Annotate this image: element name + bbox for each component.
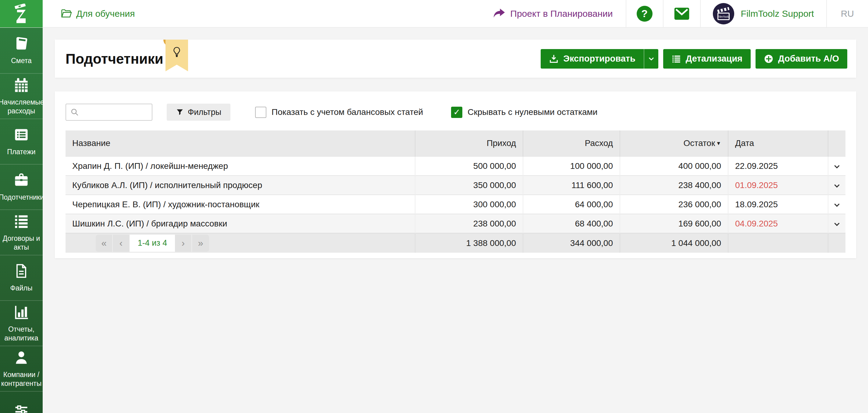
- chevron-down-icon: [648, 55, 655, 62]
- pagination-cell: « ‹ 1-4 из 4 › »: [65, 233, 415, 253]
- total-balance: 1 044 000,00: [620, 233, 728, 253]
- user-menu[interactable]: FilmToolz FilmToolz Support: [700, 0, 826, 27]
- column-header-expense[interactable]: Расход: [523, 130, 620, 156]
- envelope-icon: [674, 7, 690, 21]
- row-expand-button[interactable]: [828, 195, 845, 214]
- cell-date: 01.09.2025: [728, 176, 828, 195]
- table-row[interactable]: Шишкин Л.С. (ИП) / бригадир массовки 238…: [65, 214, 845, 233]
- table-row[interactable]: Кубликов А.Л. (ИП) / исполнительный прод…: [65, 176, 845, 195]
- table-row[interactable]: Черепицкая Е. В. (ИП) / художник-постано…: [65, 195, 845, 214]
- sidebar-item-label: Файлы: [10, 284, 32, 293]
- cell-name: Черепицкая Е. В. (ИП) / художник-постано…: [65, 195, 415, 214]
- cell-balance: 238 400,00: [620, 176, 728, 195]
- payments-list-icon: [13, 127, 29, 142]
- cell-expense: 68 400,00: [523, 214, 620, 233]
- bar-chart-icon: [13, 304, 29, 320]
- column-header-date[interactable]: Дата: [728, 130, 828, 156]
- cell-name: Шишкин Л.С. (ИП) / бригадир массовки: [65, 214, 415, 233]
- export-button[interactable]: Экспортировать: [541, 49, 644, 69]
- share-arrow-icon: [493, 8, 505, 19]
- details-label: Детализация: [686, 54, 742, 64]
- sidebar-item-label: Компании / контрагенты: [1, 370, 41, 388]
- main-content: Подотчетники Экспортировать: [43, 28, 868, 413]
- sidebar-item-label: Платежи: [7, 148, 35, 156]
- sidebar-item-settings[interactable]: [0, 391, 43, 413]
- sidebar-item-label: Начисляемые расходы: [0, 98, 44, 116]
- sidebar-item-label: Смета: [11, 56, 32, 65]
- accountables-card: Фильтры Показать с учетом балансовых ста…: [55, 91, 856, 258]
- language-label: RU: [841, 8, 854, 19]
- sliders-icon: [13, 404, 29, 413]
- svg-text:FilmToolz: FilmToolz: [718, 15, 729, 18]
- app-logo[interactable]: [0, 0, 43, 27]
- pagination-first-button[interactable]: «: [96, 235, 113, 252]
- cell-income: 350 000,00: [415, 176, 523, 195]
- sidebar-item-accrued-expenses[interactable]: Начисляемые расходы: [0, 73, 43, 119]
- add-advance-report-button[interactable]: Добавить А/О: [755, 49, 847, 69]
- checkbox-balance-label: Показать с учетом балансовых статей: [272, 107, 423, 117]
- chevron-down-icon: [832, 162, 841, 171]
- row-expand-button[interactable]: [828, 156, 845, 176]
- column-header-balance[interactable]: Остаток▼: [620, 130, 728, 156]
- sidebar-item-label: Договоры и акты: [2, 234, 41, 252]
- file-icon: [13, 263, 29, 279]
- filters-button[interactable]: Фильтры: [167, 104, 230, 121]
- details-button[interactable]: Детализация: [663, 49, 751, 69]
- project-status-link[interactable]: Проект в Планировании: [480, 0, 625, 27]
- project-name: Для обучения: [76, 8, 135, 19]
- cell-date: 22.09.2025: [728, 156, 828, 176]
- sidebar-item-files[interactable]: Файлы: [0, 255, 43, 300]
- messages-button[interactable]: [663, 0, 700, 27]
- language-switcher[interactable]: RU: [826, 0, 868, 27]
- filmtoolz-app: Для обучения Проект в Планировании ?: [0, 0, 868, 413]
- search-input[interactable]: [82, 104, 148, 120]
- total-date-empty: [728, 233, 828, 253]
- row-expand-button[interactable]: [828, 214, 845, 233]
- cell-date: 04.09.2025: [728, 214, 828, 233]
- column-header-name[interactable]: Название: [65, 130, 415, 156]
- sidebar: Смета Начисляемые расходы: [0, 28, 43, 413]
- hint-bookmark[interactable]: [165, 40, 188, 71]
- chevron-down-icon: [832, 200, 841, 210]
- help-button[interactable]: ?: [626, 0, 663, 27]
- filters-label: Фильтры: [188, 107, 221, 117]
- pagination-last-button[interactable]: »: [192, 235, 209, 252]
- sidebar-item-accountables[interactable]: Подотчетники: [0, 164, 43, 210]
- column-header-income[interactable]: Приход: [415, 130, 523, 156]
- download-icon: [549, 54, 559, 64]
- table-header-row: Название Приход Расход Остаток▼ Дата: [65, 130, 845, 156]
- checkbox-unchecked-icon[interactable]: [255, 107, 267, 118]
- list-icon: [672, 54, 681, 64]
- row-expand-button[interactable]: [828, 176, 845, 195]
- logo-z-clapper-icon: [12, 4, 30, 24]
- checkbox-checked-icon[interactable]: ✓: [451, 107, 462, 118]
- table-row[interactable]: Храпин Д. П. (ИП) / локейшн-менеджер 500…: [65, 156, 845, 176]
- sidebar-item-companies[interactable]: Компании / контрагенты: [0, 346, 43, 391]
- clapperboard-avatar-icon: FilmToolz: [713, 3, 734, 24]
- cell-expense: 100 000,00: [523, 156, 620, 176]
- sidebar-item-reports[interactable]: Отчеты, аналитика: [0, 300, 43, 346]
- sidebar-item-smeta[interactable]: Смета: [0, 28, 43, 73]
- sidebar-item-contracts[interactable]: Договоры и акты: [0, 210, 43, 255]
- funnel-icon: [176, 108, 184, 116]
- plus-circle-icon: [764, 54, 774, 64]
- search-box: [65, 104, 152, 121]
- export-dropdown-button[interactable]: [644, 49, 658, 69]
- pagination-next-button[interactable]: ›: [175, 235, 192, 252]
- filter-row: Фильтры Показать с учетом балансовых ста…: [65, 104, 845, 121]
- top-right-cluster: Проект в Планировании ?: [480, 0, 868, 27]
- checkbox-hide-zero[interactable]: ✓ Скрывать с нулевыми остатками: [451, 107, 597, 118]
- checkbox-balance-articles[interactable]: Показать с учетом балансовых статей: [255, 107, 423, 118]
- lightbulb-icon: [172, 46, 182, 59]
- page-header: Подотчетники Экспортировать: [55, 40, 856, 78]
- cell-balance: 400 000,00: [620, 156, 728, 176]
- project-link[interactable]: Для обучения: [61, 8, 135, 19]
- book-icon: [13, 36, 29, 52]
- sort-desc-icon: ▼: [716, 140, 721, 146]
- total-expense: 344 000,00: [523, 233, 620, 253]
- cell-expense: 64 000,00: [523, 195, 620, 214]
- export-label: Экспортировать: [563, 54, 636, 64]
- pagination-prev-button[interactable]: ‹: [113, 235, 130, 252]
- sidebar-item-payments[interactable]: Платежи: [0, 119, 43, 164]
- cell-balance: 236 000,00: [620, 195, 728, 214]
